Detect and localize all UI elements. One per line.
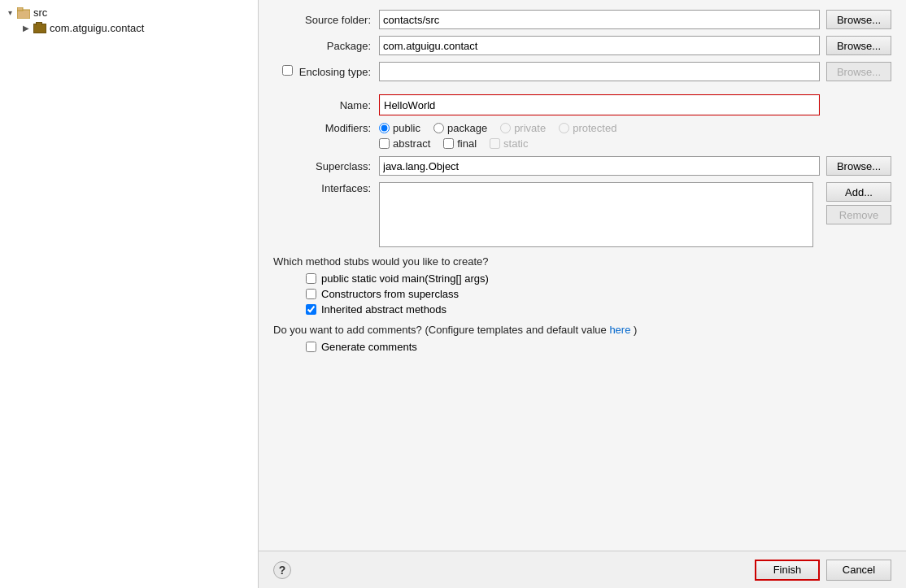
- stubs-group: public static void main(String[] args) C…: [306, 272, 891, 319]
- modifiers-label: Modifiers:: [273, 122, 379, 134]
- svg-rect-1: [17, 7, 23, 11]
- modifier-public-label[interactable]: public: [379, 122, 420, 134]
- stub-inherited-checkbox[interactable]: [306, 304, 316, 315]
- source-folder-input[interactable]: [379, 10, 820, 29]
- right-panel: Source folder: Browse... Package: Browse…: [259, 0, 906, 588]
- src-tree-item[interactable]: ▾ src: [0, 5, 258, 20]
- package-icon: [33, 23, 47, 34]
- abstract-label[interactable]: abstract: [379, 137, 430, 150]
- package-form-label: Package:: [273, 40, 379, 52]
- cancel-button[interactable]: Cancel: [826, 560, 891, 581]
- static-label[interactable]: static: [490, 137, 528, 150]
- src-label: src: [33, 7, 47, 19]
- bottom-bar: ? Finish Cancel: [259, 551, 906, 588]
- generate-comments-label: Generate comments: [321, 341, 417, 353]
- stub-constructors-row: Constructors from superclass: [306, 288, 891, 300]
- interfaces-buttons: Add... Remove: [820, 182, 891, 224]
- svg-rect-0: [17, 10, 30, 19]
- generate-comments-row: Generate comments: [306, 341, 891, 356]
- interfaces-label: Interfaces:: [273, 182, 379, 194]
- package-label: com.atguigu.contact: [50, 22, 144, 34]
- enclosing-type-checkbox[interactable]: [282, 65, 293, 76]
- package-input[interactable]: [379, 36, 820, 55]
- superclass-row: Superclass: Browse...: [273, 156, 891, 176]
- stub-main-label: public static void main(String[] args): [321, 272, 489, 285]
- modifier-package-radio[interactable]: [433, 123, 444, 133]
- superclass-browse-button[interactable]: Browse...: [826, 156, 891, 176]
- enclosing-type-row: Enclosing type: Browse...: [273, 62, 891, 81]
- stub-inherited-label: Inherited abstract methods: [321, 303, 446, 316]
- comments-question: Do you want to add comments? (Configure …: [273, 324, 891, 336]
- modifier-checkboxes: abstract final static: [379, 137, 891, 150]
- modifier-private-label[interactable]: private: [500, 122, 546, 134]
- stub-constructors-label: Constructors from superclass: [321, 288, 459, 300]
- enclosing-type-label: Enclosing type:: [273, 65, 379, 78]
- package-row: Package: Browse...: [273, 36, 891, 55]
- name-label: Name:: [273, 99, 379, 111]
- generate-comments-cb-row: Generate comments: [306, 341, 891, 353]
- enclosing-type-input[interactable]: [379, 62, 820, 81]
- src-expand-arrow[interactable]: ▾: [3, 8, 16, 17]
- name-input-wrapper: [379, 94, 820, 115]
- modifier-protected-label[interactable]: protected: [559, 122, 616, 134]
- superclass-input[interactable]: [379, 156, 820, 176]
- static-checkbox[interactable]: [490, 138, 500, 149]
- generate-comments-checkbox[interactable]: [306, 342, 316, 352]
- stubs-question: Which method stubs would you like to cre…: [273, 255, 891, 268]
- source-folder-label: Source folder:: [273, 14, 379, 26]
- interfaces-textarea[interactable]: [379, 182, 813, 247]
- enclosing-type-browse-button[interactable]: Browse...: [826, 62, 891, 81]
- here-link[interactable]: here: [609, 324, 630, 336]
- modifier-private-radio[interactable]: [500, 123, 511, 133]
- modifier-protected-radio[interactable]: [559, 123, 569, 133]
- name-input[interactable]: [381, 96, 818, 114]
- stub-inherited-row: Inherited abstract methods: [306, 303, 891, 316]
- final-checkbox[interactable]: [443, 138, 454, 149]
- modifiers-radio-group: public package private protected: [379, 122, 616, 134]
- package-browse-button[interactable]: Browse...: [826, 36, 891, 55]
- interfaces-row: Interfaces: Add... Remove: [273, 182, 891, 247]
- finish-button[interactable]: Finish: [755, 560, 820, 581]
- final-label[interactable]: final: [443, 137, 477, 150]
- remove-interface-button[interactable]: Remove: [826, 205, 891, 224]
- modifiers-row: Modifiers: public package private protec…: [273, 122, 891, 134]
- stub-main-checkbox[interactable]: [306, 273, 316, 284]
- src-folder-icon: [16, 7, 31, 19]
- package-tree-item[interactable]: ▶ com.atguigu.contact: [0, 20, 258, 36]
- left-panel: ▾ src ▶ com.atguigu.contact: [0, 0, 259, 588]
- stub-constructors-checkbox[interactable]: [306, 289, 316, 299]
- abstract-checkbox[interactable]: [379, 138, 390, 149]
- modifier-package-label[interactable]: package: [433, 122, 487, 134]
- name-row: Name:: [273, 94, 891, 115]
- source-folder-browse-button[interactable]: Browse...: [826, 10, 891, 29]
- modifier-public-radio[interactable]: [379, 123, 390, 133]
- pkg-expand-arrow[interactable]: ▶: [20, 24, 33, 33]
- stub-main-row: public static void main(String[] args): [306, 272, 891, 285]
- source-folder-row: Source folder: Browse...: [273, 10, 891, 29]
- help-button[interactable]: ?: [273, 561, 291, 579]
- add-interface-button[interactable]: Add...: [826, 182, 891, 202]
- superclass-label: Superclass:: [273, 160, 379, 172]
